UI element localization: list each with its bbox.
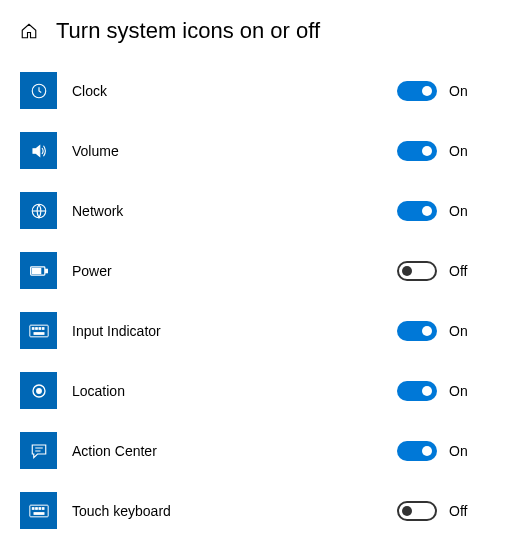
toggle-state-label: On: [449, 203, 474, 219]
toggle-state-label: On: [449, 83, 474, 99]
svg-rect-8: [39, 327, 41, 329]
toggle-state-label: Off: [449, 263, 474, 279]
svg-rect-5: [29, 325, 47, 337]
toggle-touch-keyboard[interactable]: [397, 501, 437, 521]
toggle-state-label: Off: [449, 503, 474, 519]
svg-rect-4: [45, 269, 47, 272]
item-power: Power Off: [20, 252, 504, 289]
item-label: Location: [72, 383, 397, 399]
item-input-indicator: Input Indicator On: [20, 312, 504, 349]
toggle-group: On: [397, 81, 474, 101]
item-clock: Clock On: [20, 72, 504, 109]
toggle-network[interactable]: [397, 201, 437, 221]
toggle-input-indicator[interactable]: [397, 321, 437, 341]
item-label: Touch keyboard: [72, 503, 397, 519]
item-volume: Volume On: [20, 132, 504, 169]
toggle-state-label: On: [449, 443, 474, 459]
header: Turn system icons on or off: [20, 18, 504, 44]
svg-rect-6: [32, 327, 34, 329]
home-icon[interactable]: [20, 22, 38, 40]
toggle-group: On: [397, 321, 474, 341]
action-center-icon: [20, 432, 57, 469]
svg-point-12: [36, 388, 41, 393]
item-action-center: Action Center On: [20, 432, 504, 469]
svg-rect-17: [42, 507, 44, 509]
item-label: Clock: [72, 83, 397, 99]
clock-icon: [20, 72, 57, 109]
svg-rect-15: [35, 507, 37, 509]
item-location: Location On: [20, 372, 504, 409]
item-label: Action Center: [72, 443, 397, 459]
svg-rect-10: [34, 332, 44, 334]
svg-rect-14: [32, 507, 34, 509]
system-icons-list: Clock On Volume On Network: [20, 72, 504, 529]
toggle-group: Off: [397, 501, 474, 521]
page-title: Turn system icons on or off: [56, 18, 320, 44]
item-label: Network: [72, 203, 397, 219]
toggle-state-label: On: [449, 383, 474, 399]
item-network: Network On: [20, 192, 504, 229]
toggle-group: On: [397, 141, 474, 161]
toggle-group: On: [397, 441, 474, 461]
keyboard-icon: [20, 312, 57, 349]
svg-rect-13: [29, 505, 47, 517]
location-icon: [20, 372, 57, 409]
toggle-clock[interactable]: [397, 81, 437, 101]
toggle-group: On: [397, 381, 474, 401]
toggle-power[interactable]: [397, 261, 437, 281]
svg-rect-18: [34, 512, 44, 514]
network-icon: [20, 192, 57, 229]
svg-rect-16: [39, 507, 41, 509]
svg-rect-3: [32, 268, 40, 273]
item-label: Input Indicator: [72, 323, 397, 339]
item-label: Power: [72, 263, 397, 279]
item-touch-keyboard: Touch keyboard Off: [20, 492, 504, 529]
toggle-group: On: [397, 201, 474, 221]
touch-keyboard-icon: [20, 492, 57, 529]
svg-rect-9: [42, 327, 44, 329]
toggle-action-center[interactable]: [397, 441, 437, 461]
volume-icon: [20, 132, 57, 169]
svg-rect-7: [35, 327, 37, 329]
item-label: Volume: [72, 143, 397, 159]
power-icon: [20, 252, 57, 289]
toggle-state-label: On: [449, 143, 474, 159]
toggle-group: Off: [397, 261, 474, 281]
toggle-volume[interactable]: [397, 141, 437, 161]
toggle-state-label: On: [449, 323, 474, 339]
toggle-location[interactable]: [397, 381, 437, 401]
